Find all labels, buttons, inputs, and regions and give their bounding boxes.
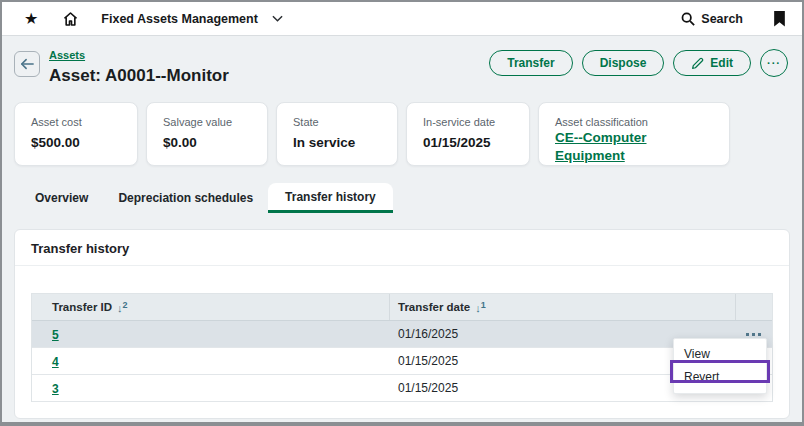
card-salvage-value: Salvage value $0.00	[146, 102, 268, 166]
card-asset-classification: Asset classification CE--Computer Equipm…	[538, 102, 730, 166]
card-value: $0.00	[163, 135, 257, 150]
tab-transfer-history[interactable]: Transfer history	[268, 183, 393, 213]
card-label: Salvage value	[163, 116, 257, 128]
column-header-transfer-id[interactable]: Transfer ID ↓2	[32, 300, 389, 314]
tab-bar: Overview Depreciation schedules Transfer…	[2, 183, 802, 213]
tab-overview[interactable]: Overview	[20, 183, 103, 213]
sort-indicator: ↓1	[475, 300, 486, 314]
breadcrumb-assets-link[interactable]: Assets	[49, 49, 85, 61]
header-actions: Transfer Dispose Edit ···	[489, 49, 788, 77]
asset-classification-link[interactable]: CE--Computer Equipment	[555, 130, 647, 163]
card-asset-cost: Asset cost $500.00	[14, 102, 138, 166]
search-icon	[681, 12, 695, 26]
transfer-date: 01/15/2025	[398, 354, 458, 368]
dispose-button[interactable]: Dispose	[582, 50, 665, 76]
sort-indicator: ↓2	[117, 300, 128, 314]
search-label: Search	[701, 12, 743, 26]
card-value: $500.00	[31, 135, 127, 150]
table-row[interactable]: 3 01/15/2025	[32, 375, 772, 402]
page-title: Asset: A0001--Monitor	[49, 66, 229, 86]
transfer-id-link[interactable]: 5	[52, 328, 59, 342]
transfer-button[interactable]: Transfer	[489, 50, 572, 76]
favorite-star-icon[interactable]: ★	[24, 11, 38, 27]
global-search[interactable]: Search	[681, 12, 743, 26]
transfer-date: 01/15/2025	[398, 381, 458, 395]
app-window: ★ Fixed Assets Management Search Assets …	[0, 0, 804, 426]
chevron-down-icon[interactable]	[272, 15, 283, 22]
transfer-date: 01/16/2025	[398, 327, 458, 341]
row-context-menu: View Revert	[673, 338, 767, 394]
app-title: Fixed Assets Management	[101, 12, 258, 26]
summary-cards: Asset cost $500.00 Salvage value $0.00 S…	[2, 86, 802, 166]
column-header-transfer-date[interactable]: Transfer date ↓1	[389, 294, 735, 320]
edit-button-label: Edit	[710, 56, 733, 70]
column-header-actions	[735, 294, 772, 320]
menu-item-view[interactable]: View	[674, 343, 766, 366]
card-label: State	[293, 116, 387, 128]
arrow-left-icon	[20, 58, 34, 70]
card-state: State In service	[276, 102, 398, 166]
card-label: Asset cost	[31, 116, 127, 128]
card-value: 01/15/2025	[423, 135, 519, 150]
table-row[interactable]: 4 01/15/2025	[32, 348, 772, 375]
bookmark-icon[interactable]	[773, 11, 786, 27]
pencil-icon	[691, 57, 704, 70]
back-button[interactable]	[14, 51, 40, 77]
top-navigation-bar: ★ Fixed Assets Management Search	[2, 2, 802, 36]
card-label: Asset classification	[555, 116, 719, 128]
table-row[interactable]: 5 01/16/2025	[32, 321, 772, 348]
edit-button[interactable]: Edit	[673, 50, 751, 76]
tab-depreciation-schedules[interactable]: Depreciation schedules	[103, 183, 268, 213]
home-icon[interactable]	[62, 11, 79, 27]
card-in-service-date: In-service date 01/15/2025	[406, 102, 530, 166]
table-header-row: Transfer ID ↓2 Transfer date ↓1	[32, 294, 772, 321]
transfer-id-link[interactable]: 3	[52, 382, 59, 396]
more-actions-button[interactable]: ···	[760, 49, 788, 77]
transfer-history-table: Transfer ID ↓2 Transfer date ↓1 5 01/16/…	[31, 293, 773, 402]
page-header: Assets Asset: A0001--Monitor Transfer Di…	[2, 36, 802, 86]
panel-title: Transfer history	[15, 230, 789, 266]
ellipsis-icon: ···	[767, 57, 781, 69]
card-value: In service	[293, 135, 387, 150]
transfer-id-link[interactable]: 4	[52, 355, 59, 369]
card-label: In-service date	[423, 116, 519, 128]
menu-item-revert[interactable]: Revert	[674, 366, 766, 389]
